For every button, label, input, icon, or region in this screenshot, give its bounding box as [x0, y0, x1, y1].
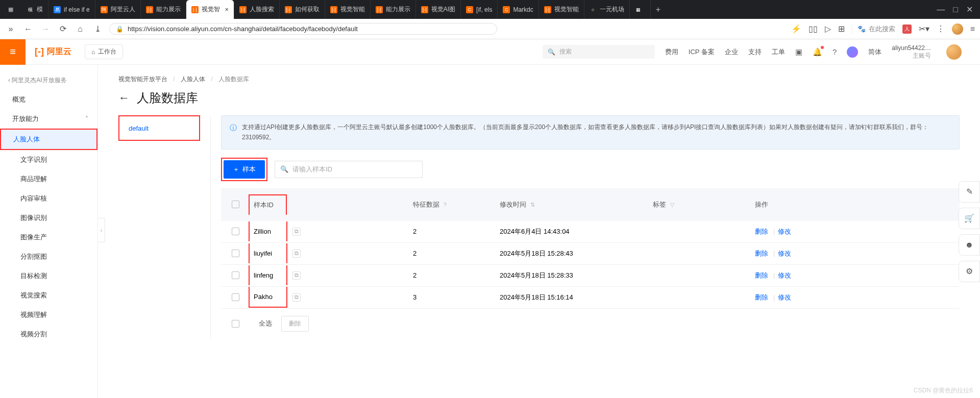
row-checkbox[interactable]	[232, 250, 239, 257]
sidebar-item[interactable]: 文字识别	[0, 150, 97, 169]
top-link-icp[interactable]: ICP 备案	[689, 47, 715, 57]
browser-tab[interactable]: [-]视觉智能	[539, 0, 584, 19]
browser-tab[interactable]: ○一元机场	[584, 0, 630, 19]
database-tab-default[interactable]: default	[118, 115, 200, 141]
browser-tab[interactable]: [-]如何获取	[280, 0, 325, 19]
account-info[interactable]: aliyun54422… 主账号	[892, 44, 931, 59]
nav-download-icon[interactable]: ⤓	[92, 24, 103, 34]
cloudshell-icon[interactable]: ▣	[795, 47, 802, 57]
copy-icon[interactable]: ⧉	[292, 293, 301, 302]
rail-settings-icon[interactable]: ⚙	[959, 261, 980, 282]
code-icon[interactable]: ▷	[825, 24, 831, 34]
add-sample-button[interactable]: ＋ 样本	[224, 160, 265, 179]
col-tag[interactable]: 标签 ▽	[653, 200, 755, 209]
top-link-ticket[interactable]: 工单	[772, 47, 785, 57]
row-edit-link[interactable]: 修改	[778, 293, 791, 301]
rail-edit-icon[interactable]: ✎	[959, 181, 980, 203]
nav-forward-icon[interactable]: →	[40, 24, 51, 34]
sidebar-item[interactable]: 内容审核	[0, 189, 97, 208]
browser-tab[interactable]: CMarkdc	[498, 0, 538, 19]
new-tab-button[interactable]: +	[651, 0, 666, 19]
scissors-icon[interactable]: ✂︎▾	[919, 24, 929, 34]
sidebar-item[interactable]: 开放能力˄	[0, 109, 97, 129]
nav-home-icon[interactable]: ⌂	[75, 24, 86, 34]
console-menu-button[interactable]: ≡	[0, 39, 26, 65]
row-delete-link[interactable]: 删除	[755, 271, 768, 279]
sidebar-item[interactable]: 图像生产	[0, 228, 97, 247]
sidebar-item[interactable]: 视频分割	[0, 325, 97, 344]
select-all-label[interactable]: 全选	[259, 319, 272, 328]
browser-tab[interactable]: 阿阿里云人	[95, 0, 141, 19]
tab-close-icon[interactable]: ×	[225, 6, 229, 13]
aliyun-logo[interactable]: [-] 阿里云	[26, 46, 81, 57]
rail-robot-icon[interactable]: ☻	[959, 234, 980, 256]
workspace-button[interactable]: ⌂ 工作台	[85, 44, 123, 59]
sample-search-input[interactable]: 🔍 请输入样本ID	[275, 161, 423, 178]
nav-overflow-icon[interactable]: »	[5, 24, 16, 34]
top-link-support[interactable]: 支持	[748, 47, 762, 57]
help-icon[interactable]: ?	[444, 202, 447, 208]
select-all-checkbox[interactable]	[232, 201, 239, 208]
row-delete-link[interactable]: 删除	[755, 228, 768, 235]
account-avatar[interactable]	[946, 44, 962, 60]
help-icon[interactable]: ?	[832, 47, 837, 56]
rail-cart-icon[interactable]: 🛒	[959, 208, 980, 229]
grid-icon[interactable]: ⊞	[838, 24, 845, 34]
browser-tab[interactable]: 易if else if e	[48, 0, 95, 19]
window-minimize[interactable]: —	[937, 5, 945, 14]
window-close[interactable]: ✕	[966, 5, 973, 14]
top-link-enterprise[interactable]: 企业	[725, 47, 738, 57]
bell-icon[interactable]: 🔔	[813, 47, 822, 57]
top-link-fee[interactable]: 费用	[665, 47, 678, 57]
row-edit-link[interactable]: 修改	[778, 271, 791, 279]
kebab-icon[interactable]: ⋮	[937, 24, 945, 34]
browser-tab[interactable]: 模模	[21, 0, 48, 19]
pdf-badge[interactable]: 人	[902, 24, 912, 34]
sidebar-item[interactable]: 视频理解	[0, 305, 97, 325]
nav-reload-icon[interactable]: ⟳	[57, 24, 68, 34]
browser-avatar[interactable]	[952, 23, 963, 35]
batch-delete-button[interactable]: 删除	[281, 316, 309, 332]
assistant-icon[interactable]	[847, 46, 858, 58]
crumb-platform[interactable]: 视觉智能开放平台	[118, 76, 167, 83]
col-time[interactable]: 修改时间 ⇅	[500, 200, 653, 209]
sidebar-back-link[interactable]: ‹ 阿里灵杰AI开放服务	[0, 71, 97, 90]
sidebar-item[interactable]: 目标检测	[0, 266, 97, 286]
lang-switch[interactable]: 简体	[868, 47, 881, 57]
browser-search[interactable]: 🐾 在此搜索	[852, 24, 895, 34]
row-delete-link[interactable]: 删除	[755, 293, 768, 301]
copy-icon[interactable]: ⧉	[292, 271, 301, 280]
console-search[interactable]: 🔍 搜索	[543, 45, 655, 59]
browser-tab[interactable]: [-]能力展示	[371, 0, 416, 19]
footer-select-all-checkbox[interactable]	[232, 320, 239, 328]
tab-overflow-icon[interactable]: ▦	[0, 0, 21, 19]
hamburger-icon[interactable]: ≡	[970, 24, 975, 34]
window-maximize[interactable]: □	[953, 5, 958, 14]
sidebar-item[interactable]: 商品理解	[0, 169, 97, 189]
page-back-icon[interactable]: ←	[118, 91, 130, 105]
sidebar-item[interactable]: 概览	[0, 90, 97, 109]
flash-icon[interactable]: ⚡	[791, 24, 801, 34]
row-delete-link[interactable]: 删除	[755, 250, 768, 257]
browser-tab[interactable]: [-]视觉智能	[325, 0, 371, 19]
reader-icon[interactable]: ▯▯	[808, 24, 818, 34]
browser-tab[interactable]: [-]视觉智×	[186, 0, 234, 19]
sidebar-item[interactable]: 分割抠图	[0, 247, 97, 266]
row-checkbox[interactable]	[232, 293, 239, 301]
sidebar-collapse-handle[interactable]: ‹	[98, 218, 105, 242]
browser-tab[interactable]: [-]人脸搜索	[234, 0, 280, 19]
sidebar-item[interactable]: 图像识别	[0, 208, 97, 228]
url-input[interactable]: 🔒 https://vision.console.aliyun.com/cn-s…	[109, 23, 497, 35]
browser-tab[interactable]: C[if, els	[461, 0, 498, 19]
crumb-category[interactable]: 人脸人体	[181, 76, 205, 83]
copy-icon[interactable]: ⧉	[292, 228, 301, 236]
nav-back-icon[interactable]: ←	[22, 24, 34, 34]
copy-icon[interactable]: ⧉	[292, 250, 301, 258]
row-edit-link[interactable]: 修改	[778, 228, 791, 235]
row-checkbox[interactable]	[232, 228, 239, 235]
browser-tab[interactable]: [-]视觉AI图	[416, 0, 461, 19]
row-edit-link[interactable]: 修改	[778, 250, 791, 257]
sidebar-item[interactable]: 视觉搜索	[0, 286, 97, 305]
browser-tab[interactable]: [-]能力展示	[141, 0, 186, 19]
sidebar-item[interactable]: 人脸人体	[1, 130, 96, 149]
